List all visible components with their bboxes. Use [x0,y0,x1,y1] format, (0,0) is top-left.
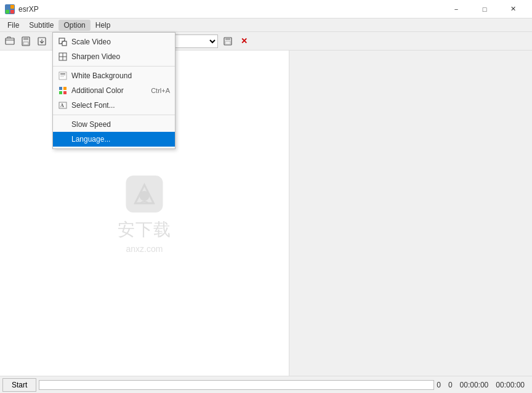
status-time2: 00:00:00 [496,381,525,389]
svg-rect-13 [60,76,64,77]
svg-rect-2 [6,10,9,14]
toolbar-close2-button[interactable]: ✕ [236,34,251,49]
separator-1 [53,66,175,67]
svg-rect-17 [63,91,66,94]
menu-select-font[interactable]: A Select Font... [53,98,175,113]
separator-2 [53,115,175,115]
start-button[interactable]: Start [2,378,36,392]
sharpen-video-icon [58,52,68,62]
white-background-label: White Background [71,71,132,80]
language-icon [58,134,68,144]
maximize-button[interactable]: □ [470,0,499,18]
sharpen-video-label: Sharpen Video [71,52,120,61]
svg-rect-39 [225,38,230,40]
scale-video-icon [58,37,68,47]
menu-slow-speed[interactable]: Slow Speed [53,117,175,132]
window-title: esrXP [18,5,39,14]
menu-white-background[interactable]: White Background [53,68,175,83]
close-button[interactable]: ✕ [499,0,527,18]
slow-speed-label: Slow Speed [71,120,111,129]
svg-rect-1 [10,5,14,9]
option-dropdown: Scale Video Sharpen Video [52,32,175,149]
toolbar-open-button[interactable] [2,34,17,49]
menu-help[interactable]: Help [91,20,116,31]
watermark: 安下载 anxz.com [118,172,171,254]
right-panel [289,51,532,376]
minimize-button[interactable]: − [442,0,470,18]
title-bar: esrXP − □ ✕ [0,0,532,18]
svg-rect-22 [23,37,28,40]
toolbar-save2-button[interactable] [220,34,235,49]
status-bar: Start 0 0 00:00:00 00:00:00 [0,376,532,393]
menu-option[interactable]: Option [58,20,90,31]
svg-rect-14 [59,87,62,90]
status-numbers: 0 0 00:00:00 00:00:00 [437,381,530,389]
additional-color-icon [58,86,68,95]
svg-text:A: A [60,103,64,108]
watermark-text: 安下载 [118,218,171,241]
menu-additional-color[interactable]: Additional Color Ctrl+A [53,83,175,98]
toolbar-export-button[interactable] [34,34,49,49]
title-bar-left: esrXP [5,4,39,14]
svg-rect-20 [6,38,14,44]
svg-rect-3 [10,10,14,14]
status-num1: 0 [437,381,441,389]
svg-rect-0 [6,5,9,9]
svg-rect-40 [225,41,230,44]
svg-point-42 [140,191,150,201]
watermark-subtext: anxz.com [126,244,163,254]
select-font-label: Select Font... [71,101,115,110]
white-background-icon [58,71,68,81]
toolbar-save-button[interactable] [18,34,33,49]
select-font-icon: A [58,100,68,110]
menu-bar: File Subtitle Option Help Scale Video [0,18,532,32]
language-label: Language... [71,135,110,144]
menu-sharpen-video[interactable]: Sharpen Video [53,49,175,64]
menu-subtitle[interactable]: Subtitle [24,20,58,31]
status-num2: 0 [448,381,453,389]
additional-color-label: Additional Color [71,86,124,95]
title-bar-controls: − □ ✕ [442,0,527,18]
menu-file[interactable]: File [2,20,24,31]
svg-rect-12 [60,75,65,76]
toolbar-right: ✕ [220,34,251,49]
svg-rect-23 [23,42,28,45]
app-icon [5,4,15,14]
status-time1: 00:00:00 [460,381,489,389]
svg-rect-15 [63,87,66,90]
scale-video-label: Scale Video [71,38,111,46]
status-progress [39,380,434,390]
svg-rect-11 [60,73,65,75]
additional-color-shortcut: Ctrl+A [151,87,170,94]
svg-rect-16 [59,91,62,94]
menu-language[interactable]: Language... [53,132,175,147]
menu-scale-video[interactable]: Scale Video [53,34,175,49]
slow-speed-icon [58,120,68,129]
